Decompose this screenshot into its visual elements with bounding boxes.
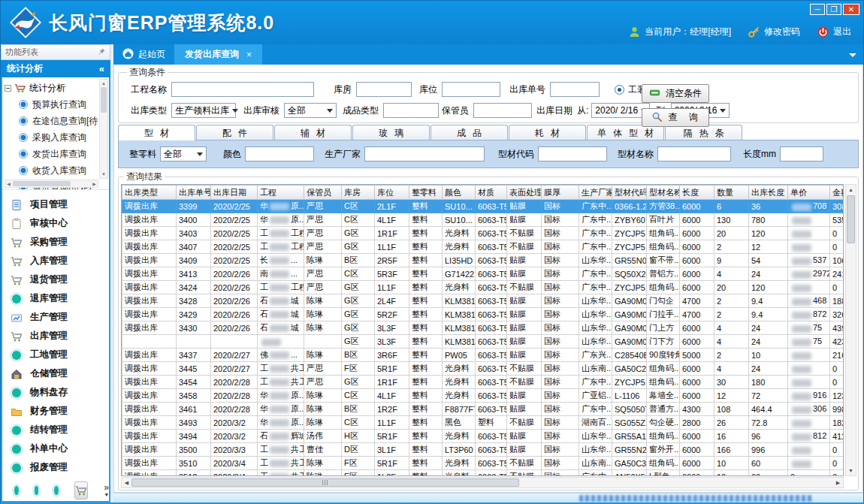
tree-vertical-scrollbar[interactable]: ▲▼ <box>99 79 108 179</box>
module-item[interactable]: 财务管理 <box>10 402 109 421</box>
table-row[interactable]: 调拨出库34542020/2/28工共工程严思G区1R1F整料光身料6063-T… <box>122 376 844 389</box>
material-tab[interactable]: 配件 <box>196 125 273 140</box>
column-header[interactable]: 颜色 <box>443 186 476 200</box>
outbound-type-select[interactable]: 生产领料出库 <box>171 103 236 118</box>
module-dot-icon[interactable] <box>14 486 19 495</box>
column-header[interactable]: 出库长度 <box>749 186 788 200</box>
module-cart-button[interactable] <box>74 481 88 499</box>
table-row[interactable]: 调拨出库34242020/2/26工工程严思G区1L1F整料光身料6063-T5… <box>122 281 844 294</box>
column-header[interactable]: 型材代码 <box>612 186 647 200</box>
table-row[interactable]: 调拨出库33992020/2/25华原...严思C区2L1F整料SU10...6… <box>122 200 844 213</box>
outbound-audit-select[interactable]: 全部 <box>284 103 337 118</box>
table-row[interactable]: 调拨出库34612020/2/28华原...陈琳B区1R2F整料F8877FT6… <box>122 403 844 416</box>
module-item[interactable]: 补单中心 <box>10 439 109 458</box>
module-item[interactable]: 采购管理 <box>10 233 109 252</box>
length-input[interactable] <box>780 146 823 161</box>
vertical-scroll-thumb[interactable] <box>847 195 855 243</box>
gongzhuang-radio[interactable] <box>615 85 624 95</box>
tree-horizontal-scrollbar[interactable]: ◀▶ <box>5 180 98 188</box>
module-item[interactable]: 审核中心 <box>10 214 109 233</box>
whole-part-select[interactable]: 全部 <box>160 146 207 161</box>
module-item[interactable]: 入库管理 <box>10 252 109 270</box>
table-row[interactable]: 调拨出库34002020/2/25华原...严思C区4L1F整料SU10...6… <box>122 213 844 227</box>
tab-close-icon[interactable]: × <box>246 50 252 60</box>
column-header[interactable]: 工程 <box>258 186 304 200</box>
table-row[interactable]: 调拨出库34292020/2/26石城陈琳G区5R2F整料KLM38176063… <box>122 308 844 321</box>
tab-home[interactable]: 起始页 <box>113 44 174 65</box>
module-item[interactable]: 项目管理 <box>10 195 109 214</box>
tab-list-caret-icon[interactable] <box>849 53 856 57</box>
table-row[interactable]: 调拨出库34942020/3/2石辉城汤伟H区5R1F整料光身料6063-T5贴… <box>122 430 844 443</box>
module-item[interactable]: 仓储管理 <box>10 364 109 383</box>
tree-item[interactable]: 在途信息查询[待 <box>5 113 98 129</box>
pin-icon[interactable] <box>98 47 106 57</box>
table-row[interactable]: 调拨出库34302020/2/26石城陈琳G区3L3F整料KLM38176063… <box>122 321 844 335</box>
table-row[interactable]: 调拨出库35102020/3/4工共工程陈琳F区5R1F整料光身料6063-T5… <box>122 457 844 470</box>
module-item[interactable]: 生产管理 <box>10 308 109 327</box>
table-row[interactable]: 调拨出库35002020/3/3工共工程曹佳D区3L1F整料LT3P606063… <box>122 443 844 457</box>
table-row[interactable]: 调拨出库34372020/2/27佛...陈琳B区3R6F整料PW056063-… <box>122 349 844 362</box>
module-item[interactable]: 工地管理 <box>10 346 109 364</box>
maker-input[interactable] <box>364 146 485 161</box>
table-row[interactable]: 调拨出库34132020/2/26南...严思C区5R3F整料G71422606… <box>122 267 844 281</box>
column-header[interactable]: 生产厂家 <box>579 186 612 200</box>
project-name-input[interactable] <box>171 82 314 97</box>
column-header[interactable]: 出库单号 <box>177 186 211 200</box>
material-tab[interactable]: 单体型材 <box>587 125 664 140</box>
module-dot-icon[interactable] <box>54 486 59 495</box>
column-header[interactable]: 膜厚 <box>542 186 579 200</box>
material-tab[interactable]: 玻璃 <box>352 125 430 140</box>
table-row[interactable]: G区3L3F整料KLM38176063-T5贴膜国标山东华...GA90M09.… <box>122 335 844 349</box>
tree-item[interactable]: 预算执行查询 <box>5 96 98 113</box>
outbound-no-input[interactable] <box>550 82 600 97</box>
column-header[interactable]: 保管员 <box>304 186 342 200</box>
product-type-input[interactable] <box>383 103 439 118</box>
material-tab[interactable]: 成品 <box>430 125 508 140</box>
column-header[interactable]: 型材名称 <box>647 186 680 200</box>
table-row[interactable]: 调拨出库34282020/2/26石城陈琳G区2L4F整料KLM38176063… <box>122 294 844 308</box>
module-item[interactable]: 结转管理 <box>10 421 109 439</box>
table-row[interactable]: 调拨出库34932020/3/2华原...陈琳C区1L1F整料黑色塑料不贴膜国标… <box>122 416 844 430</box>
column-header[interactable]: 库房 <box>342 186 375 200</box>
table-row[interactable]: 调拨出库34092020/2/25长...陈琳B区2R5F整料LI35HD606… <box>122 254 844 267</box>
profile-code-input[interactable] <box>538 146 607 161</box>
tree-expander-icon[interactable] <box>5 85 11 92</box>
collapse-icon[interactable]: « <box>99 63 104 74</box>
keeper-input[interactable] <box>473 103 532 118</box>
tree-item[interactable]: 发货出库查询 <box>5 146 98 162</box>
grid-vertical-scrollbar[interactable]: ▲▼ <box>845 184 856 476</box>
module-dot-icon[interactable] <box>35 486 39 495</box>
warehouse-input[interactable] <box>356 82 412 97</box>
profile-name-input[interactable] <box>657 146 731 161</box>
search-button[interactable]: 查 询 <box>642 108 709 127</box>
column-header[interactable]: 长度 <box>680 186 714 200</box>
tab-delivery-outbound-query[interactable]: 发货出库查询 × <box>174 44 262 65</box>
tree-item[interactable]: 采购入库查询 <box>5 129 98 146</box>
maximize-button[interactable]: ❐ <box>826 4 841 15</box>
color-input[interactable] <box>245 146 314 161</box>
column-header[interactable]: 整零料 <box>409 186 443 200</box>
material-tab[interactable]: 耗材 <box>509 125 586 140</box>
table-row[interactable]: 调拨出库35122020/3/4工共工程陈琳F区1L2F整料光身料6063-T5… <box>122 470 844 477</box>
clear-conditions-button[interactable]: 清空条件 <box>642 84 709 103</box>
module-item[interactable]: 出库管理 <box>10 327 109 346</box>
column-header[interactable]: 库位 <box>375 186 409 200</box>
minimize-button[interactable]: ─ <box>810 4 825 15</box>
table-row[interactable]: 调拨出库34032020/2/25工工程严思G区1R1F整料光身料6063-T5… <box>122 227 844 240</box>
table-row[interactable]: 调拨出库34582020/2/28华原...陈琳C区4L1F整料光身料6063-… <box>122 389 844 403</box>
table-row[interactable]: 调拨出库34452020/2/27工共工程严思F区5R1F整料光身料6063-T… <box>122 362 844 376</box>
column-header[interactable]: 数量 <box>714 186 749 200</box>
material-tab[interactable]: 隔热条 <box>665 125 742 140</box>
tree-root-node[interactable]: 统计分析 <box>5 80 98 96</box>
tree-item[interactable]: 收货入库查询 <box>5 162 98 179</box>
close-button[interactable]: ✕ <box>843 4 859 15</box>
location-input[interactable] <box>442 82 500 97</box>
change-password-button[interactable]: 修改密码 <box>748 26 800 38</box>
module-item[interactable]: 退库管理 <box>10 289 109 308</box>
material-tab[interactable]: 型材 <box>118 125 195 140</box>
column-header[interactable]: 表面处理 <box>507 186 542 200</box>
module-item[interactable]: 退货管理 <box>10 270 109 289</box>
column-header[interactable]: 金额 <box>830 186 844 200</box>
module-item[interactable]: 报废管理 <box>10 458 109 477</box>
column-header[interactable]: 出库类型 <box>122 186 177 200</box>
